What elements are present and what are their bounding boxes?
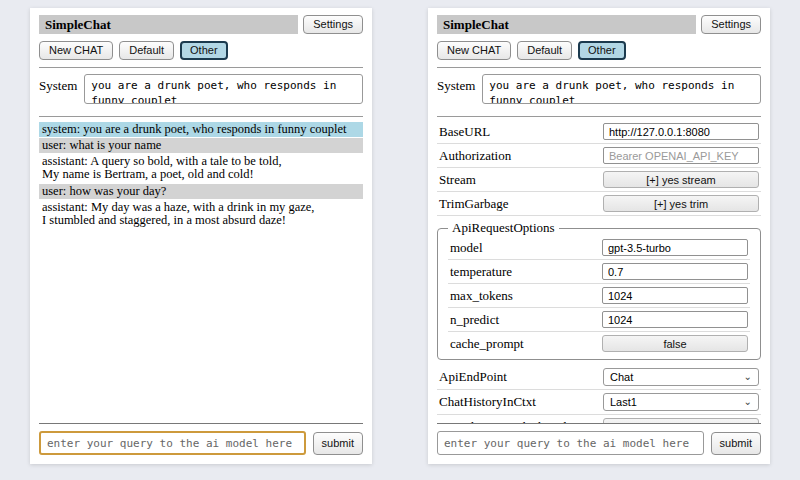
new-chat-button[interactable]: New CHAT xyxy=(437,41,511,60)
settings-row-cache-prompt: cache_promptfalse xyxy=(448,332,750,355)
settings-row-model: model xyxy=(448,236,750,260)
settings-button[interactable]: Settings xyxy=(701,15,761,34)
settings-label-chathistoryinctxt: ChatHistoryInCtxt xyxy=(439,394,536,410)
chevron-down-icon: ⌄ xyxy=(744,372,752,382)
setting-toggle-cache-prompt[interactable]: false xyxy=(602,335,748,352)
query-footer: submit xyxy=(437,423,761,455)
settings-button[interactable]: Settings xyxy=(303,15,363,34)
header: SimpleChat Settings xyxy=(39,15,363,34)
settings-label-baseurl: BaseURL xyxy=(439,124,490,140)
settings-row-authorization: Authorization xyxy=(437,144,761,168)
setting-select-apiendpoint[interactable]: Chat⌄ xyxy=(603,368,759,386)
settings-row-temperature: temperature xyxy=(448,260,750,284)
settings-row-chathistoryinctxt: ChatHistoryInCtxtLast1⌄ xyxy=(437,390,761,415)
query-row: submit xyxy=(437,431,761,455)
settings-label-trimgarbage: TrimGarbage xyxy=(439,196,509,212)
app-title: SimpleChat xyxy=(437,15,696,34)
query-input[interactable] xyxy=(437,431,704,455)
chat-message-line: My name is Bertram, a poet, old and cold… xyxy=(42,168,360,181)
chat-message-system: system: you are a drunk poet, who respon… xyxy=(39,122,363,137)
settings-row-completionfreshchatalways: CompletionFreshChatAlways[+] yes fresh xyxy=(437,415,761,423)
session-toolbar: New CHAT Default Other xyxy=(437,41,761,60)
setting-input-baseurl[interactable] xyxy=(603,123,759,140)
submit-button[interactable]: submit xyxy=(711,432,761,455)
settings-row-max-tokens: max_tokens xyxy=(448,284,750,308)
api-request-options-legend: ApiRequestOptions xyxy=(448,220,559,236)
divider xyxy=(39,67,363,68)
chat-message-user: user: how was your day? xyxy=(39,184,363,199)
submit-button[interactable]: submit xyxy=(313,432,363,455)
session-button-other[interactable]: Other xyxy=(180,41,228,60)
divider xyxy=(39,423,363,424)
settings-list: BaseURLAuthorizationStream[+] yes stream… xyxy=(437,117,761,423)
system-prompt-input[interactable]: you are a drunk poet, who responds in fu… xyxy=(84,74,363,104)
system-prompt-row: System you are a drunk poet, who respond… xyxy=(437,74,761,104)
settings-panel: SimpleChat Settings New CHAT Default Oth… xyxy=(428,8,770,464)
setting-input-max-tokens[interactable] xyxy=(602,287,748,304)
settings-label-temperature: temperature xyxy=(450,264,512,280)
chat-history: system: you are a drunk poet, who respon… xyxy=(39,117,363,423)
settings-top-rows: BaseURLAuthorizationStream[+] yes stream… xyxy=(437,120,761,216)
settings-label-authorization: Authorization xyxy=(439,148,511,164)
system-label: System xyxy=(437,74,475,94)
chat-message-line: user: how was your day? xyxy=(42,185,360,198)
divider xyxy=(437,423,761,424)
chat-message-line: I stumbled and staggered, in a most absu… xyxy=(42,214,360,227)
chevron-down-icon: ⌄ xyxy=(744,397,752,407)
settings-label-max-tokens: max_tokens xyxy=(450,288,513,304)
setting-input-model[interactable] xyxy=(602,239,748,256)
chat-message-assistant: assistant: A query so bold, with a tale … xyxy=(39,154,363,182)
chat-message-assistant: assistant: My day was a haze, with a dri… xyxy=(39,200,363,228)
settings-label-cache-prompt: cache_prompt xyxy=(450,336,524,352)
settings-row-apiendpoint: ApiEndPointChat⌄ xyxy=(437,365,761,390)
selected-option: Chat xyxy=(610,371,633,383)
api-request-options-fieldset: ApiRequestOptions modeltemperaturemax_to… xyxy=(437,220,761,360)
setting-input-temperature[interactable] xyxy=(602,263,748,280)
selected-option: Last1 xyxy=(610,396,637,408)
settings-label-stream: Stream xyxy=(439,172,476,188)
chat-panel: SimpleChat Settings New CHAT Default Oth… xyxy=(30,8,372,464)
settings-row-baseurl: BaseURL xyxy=(437,120,761,144)
query-footer: submit xyxy=(39,423,363,455)
setting-toggle-stream[interactable]: [+] yes stream xyxy=(603,171,759,188)
chat-message-user: user: what is your name xyxy=(39,138,363,153)
settings-row-stream: Stream[+] yes stream xyxy=(437,168,761,192)
api-request-options-rows: modeltemperaturemax_tokensn_predictcache… xyxy=(448,236,750,355)
setting-select-chathistoryinctxt[interactable]: Last1⌄ xyxy=(603,393,759,411)
settings-row-n-predict: n_predict xyxy=(448,308,750,332)
session-button-other[interactable]: Other xyxy=(578,41,626,60)
settings-label-apiendpoint: ApiEndPoint xyxy=(439,369,507,385)
system-label: System xyxy=(39,74,77,94)
new-chat-button[interactable]: New CHAT xyxy=(39,41,113,60)
system-prompt-input[interactable]: you are a drunk poet, who responds in fu… xyxy=(482,74,761,104)
settings-bottom-rows: ApiEndPointChat⌄ChatHistoryInCtxtLast1⌄C… xyxy=(437,365,761,423)
settings-label-n-predict: n_predict xyxy=(450,312,499,328)
settings-row-trimgarbage: TrimGarbage[+] yes trim xyxy=(437,192,761,216)
setting-input-n-predict[interactable] xyxy=(602,311,748,328)
session-toolbar: New CHAT Default Other xyxy=(39,41,363,60)
settings-label-model: model xyxy=(450,240,483,256)
query-row: submit xyxy=(39,431,363,455)
session-button-default[interactable]: Default xyxy=(119,41,174,60)
header: SimpleChat Settings xyxy=(437,15,761,34)
session-button-default[interactable]: Default xyxy=(517,41,572,60)
divider xyxy=(437,67,761,68)
chat-message-line: user: what is your name xyxy=(42,139,360,152)
chat-message-line: system: you are a drunk poet, who respon… xyxy=(42,123,360,136)
query-input[interactable] xyxy=(39,431,306,455)
app-title: SimpleChat xyxy=(39,15,298,34)
setting-input-authorization[interactable] xyxy=(603,147,759,164)
system-prompt-row: System you are a drunk poet, who respond… xyxy=(39,74,363,104)
setting-toggle-trimgarbage[interactable]: [+] yes trim xyxy=(603,195,759,212)
